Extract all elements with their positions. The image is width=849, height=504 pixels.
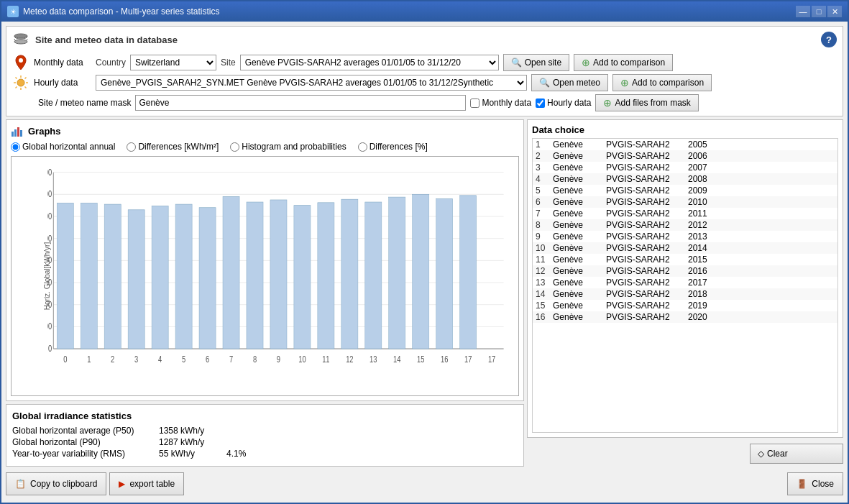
svg-text:13: 13 (370, 354, 377, 364)
list-item[interactable]: 12 Genève PVGIS-SARAH2 2016 (533, 265, 837, 277)
meteo-select[interactable]: Genève_PVGIS_SARAH2_SYN.MET Genève PVGIS… (96, 75, 527, 91)
svg-text:1600: 1600 (47, 167, 52, 176)
list-source: PVGIS-SARAH2 (606, 185, 685, 196)
list-item[interactable]: 8 Genève PVGIS-SARAH2 2012 (533, 219, 837, 231)
right-panel: Data choice 1 Genève PVGIS-SARAH2 20052 … (527, 119, 843, 467)
radio-differences-pct[interactable]: Differences [%] (358, 142, 428, 152)
add-to-comparison-monthly-button[interactable]: ⊕ Add to comparison (574, 54, 673, 71)
list-source: PVGIS-SARAH2 (606, 278, 685, 288)
list-num: 1 (536, 139, 550, 150)
stats-name: Global horizontal average (P50) (12, 426, 156, 436)
radio-histogram[interactable]: Histogram and probabilities (230, 142, 346, 152)
svg-text:15: 15 (417, 354, 424, 364)
svg-text:200: 200 (47, 321, 52, 331)
list-item[interactable]: 1 Genève PVGIS-SARAH2 2005 (533, 139, 837, 150)
close-icon: 🚪 (797, 479, 807, 489)
svg-line-11 (16, 87, 17, 88)
svg-text:8: 8 (253, 354, 257, 364)
stats-section: Global irradiance statistics Global hori… (6, 404, 524, 467)
export-table-button[interactable]: ▶ export table (109, 472, 184, 495)
titlebar-controls: — □ ✕ (796, 6, 842, 17)
svg-text:6: 6 (206, 354, 209, 364)
add-to-comparison-hourly-button[interactable]: ⊕ Add to comparison (612, 74, 712, 91)
list-item[interactable]: 13 Genève PVGIS-SARAH2 2017 (533, 277, 837, 288)
hourly-data-checkbox-label[interactable]: Hourly data (536, 98, 591, 108)
svg-rect-44 (152, 206, 168, 349)
monthly-data-checkbox-label[interactable]: Monthly data (470, 98, 531, 108)
radio-differences-kwh[interactable]: Differences [kWh/m²] (127, 142, 219, 152)
svg-text:0: 0 (63, 354, 67, 364)
export-icon: ▶ (119, 479, 125, 489)
list-source: PVGIS-SARAH2 (606, 232, 685, 242)
location-icon (12, 54, 29, 71)
svg-point-0 (14, 34, 27, 38)
list-item[interactable]: 16 Genève PVGIS-SARAH2 2020 (533, 311, 837, 323)
stats-value: 1287 kWh/y (159, 437, 224, 447)
chart-ylabel: Horiz. Global[kWh/yr] (43, 242, 51, 310)
help-button[interactable]: ? (821, 32, 837, 47)
list-source: PVGIS-SARAH2 (606, 243, 685, 253)
mask-input[interactable] (135, 95, 466, 111)
maximize-button[interactable]: □ (812, 6, 826, 17)
radio-differences-kwh-input[interactable] (127, 142, 136, 152)
close-button[interactable]: 🚪 Close (787, 472, 843, 495)
main-window: ☀ Meteo data comparison - Multi-year ser… (0, 0, 849, 504)
list-num: 11 (536, 255, 550, 265)
mask-row: Site / meteo name mask Monthly data Hour… (12, 94, 837, 111)
list-year: 2016 (688, 266, 717, 276)
bottom-bar: 📋 Copy to clipboard ▶ export table 🚪 Clo… (6, 469, 843, 498)
svg-text:0: 0 (48, 344, 52, 353)
list-item[interactable]: 10 Genève PVGIS-SARAH2 2014 (533, 242, 837, 254)
stats-extra: 4.1% (226, 449, 246, 459)
radio-differences-pct-input[interactable] (358, 142, 367, 152)
svg-text:5: 5 (182, 354, 185, 364)
add-files-mask-button[interactable]: ⊕ Add files from mask (595, 94, 698, 111)
list-site: Genève (553, 139, 603, 150)
radio-global-horizontal[interactable]: Global horizontal annual (11, 142, 115, 152)
graphs-title-row: Graphs (11, 124, 519, 137)
svg-text:14: 14 (393, 354, 400, 364)
list-item[interactable]: 3 Genève PVGIS-SARAH2 2007 (533, 162, 837, 173)
list-source: PVGIS-SARAH2 (606, 151, 685, 161)
list-year: 2005 (688, 139, 717, 150)
country-label: Country (96, 58, 126, 68)
radio-histogram-input[interactable] (230, 142, 239, 152)
close-window-button[interactable]: ✕ (827, 6, 842, 17)
list-item[interactable]: 9 Genève PVGIS-SARAH2 2013 (533, 231, 837, 242)
svg-line-9 (25, 87, 27, 88)
list-item[interactable]: 2 Genève PVGIS-SARAH2 2006 (533, 150, 837, 162)
list-site: Genève (553, 289, 603, 299)
data-list[interactable]: 1 Genève PVGIS-SARAH2 20052 Genève PVGIS… (532, 138, 838, 433)
open-meteo-button[interactable]: 🔍 Open meteo (531, 74, 608, 91)
content-area: Site and meteo data in database ? Monthl… (1, 22, 848, 503)
svg-text:11: 11 (322, 354, 329, 364)
stats-row: Global horizontal average (P50) 1358 kWh… (12, 426, 518, 436)
list-item[interactable]: 14 Genève PVGIS-SARAH2 2018 (533, 288, 837, 300)
list-item[interactable]: 11 Genève PVGIS-SARAH2 2015 (533, 254, 837, 265)
hourly-label: Hourly data (34, 78, 91, 88)
hourly-data-checkbox[interactable] (536, 98, 545, 108)
country-select[interactable]: Switzerland (130, 55, 216, 70)
monthly-data-checkbox[interactable] (470, 98, 479, 108)
clear-button[interactable]: ◇ Clear (750, 444, 843, 464)
list-item[interactable]: 7 Genève PVGIS-SARAH2 2011 (533, 208, 837, 219)
list-source: PVGIS-SARAH2 (606, 209, 685, 219)
data-choice-section: Data choice 1 Genève PVGIS-SARAH2 20052 … (527, 119, 843, 438)
copy-clipboard-button[interactable]: 📋 Copy to clipboard (6, 472, 106, 495)
site-select[interactable]: Genève PVGIS-SARAH2 averages 01/01/05 to… (240, 55, 499, 70)
search-icon: 🔍 (511, 58, 522, 68)
clipboard-icon: 📋 (15, 479, 26, 489)
radio-global-horizontal-input[interactable] (11, 142, 20, 152)
list-num: 6 (536, 197, 550, 207)
chart-area: Horiz. Global[kWh/yr] 020040060080010001… (11, 156, 519, 396)
list-site: Genève (553, 209, 603, 219)
list-item[interactable]: 5 Genève PVGIS-SARAH2 2009 (533, 185, 837, 196)
list-item[interactable]: 15 Genève PVGIS-SARAH2 2019 (533, 300, 837, 311)
stats-rows: Global horizontal average (P50) 1358 kWh… (12, 426, 518, 459)
list-item[interactable]: 6 Genève PVGIS-SARAH2 2010 (533, 196, 837, 208)
monthly-data-row: Monthly data Country Switzerland Site Ge… (12, 54, 837, 71)
list-year: 2009 (688, 185, 717, 196)
minimize-button[interactable]: — (796, 6, 810, 17)
open-site-button[interactable]: 🔍 Open site (503, 54, 569, 71)
list-item[interactable]: 4 Genève PVGIS-SARAH2 2008 (533, 173, 837, 185)
